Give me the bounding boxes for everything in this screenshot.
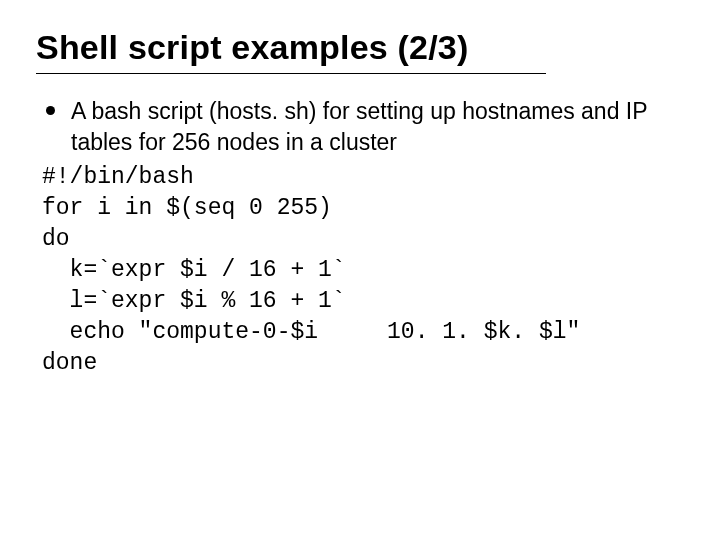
bullet-item: A bash script (hosts. sh) for setting up… [42,96,684,158]
slide: Shell script examples (2/3) A bash scrip… [0,0,720,540]
code-line: l=`expr $i % 16 + 1` [42,288,346,314]
bullet-text: A bash script (hosts. sh) for setting up… [71,96,684,158]
code-line: for i in $(seq 0 255) [42,195,332,221]
code-block: #!/bin/bash for i in $(seq 0 255) do k=`… [42,162,684,379]
code-line: echo "compute-0-$i 10. 1. $k. $l" [42,319,580,345]
code-line: k=`expr $i / 16 + 1` [42,257,346,283]
code-line: do [42,226,70,252]
code-line: #!/bin/bash [42,164,194,190]
code-line: done [42,350,97,376]
slide-title: Shell script examples (2/3) [36,28,684,67]
bullet-icon [46,106,55,115]
slide-body: A bash script (hosts. sh) for setting up… [42,96,684,379]
title-underline [36,73,546,74]
